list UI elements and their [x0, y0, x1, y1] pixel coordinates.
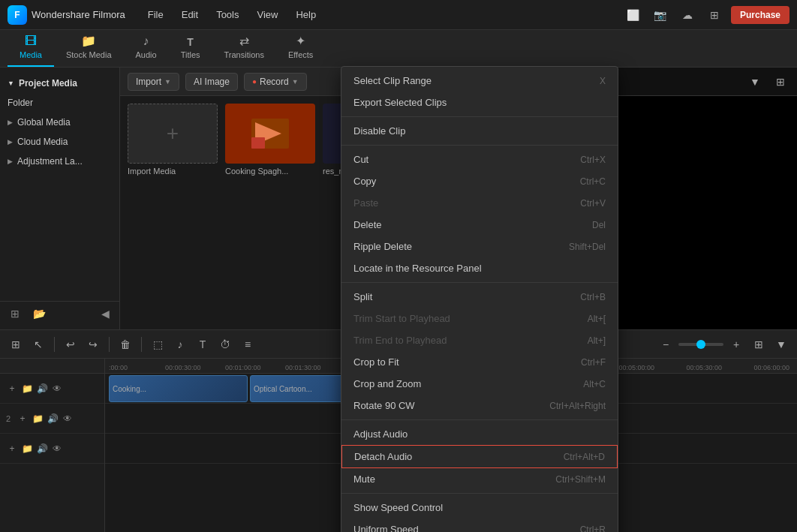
zoom-out-icon[interactable]: − — [656, 335, 675, 354]
stock-media-tab-label: Stock Media — [66, 50, 112, 59]
ctx-crop-to-fit-shortcut: Ctrl+F — [581, 357, 606, 368]
menu-file[interactable]: File — [140, 6, 171, 23]
tab-media[interactable]: 🎞 Media — [8, 30, 54, 67]
record-button[interactable]: ● Record ▼ — [244, 73, 307, 91]
ctx-crop-and-zoom[interactable]: Crop and Zoom Alt+C — [341, 373, 618, 395]
ctx-uniform-speed[interactable]: Uniform Speed Ctrl+R — [341, 518, 618, 532]
ctx-divider-4 — [341, 419, 618, 420]
timeline-undo-icon[interactable]: ↩ — [61, 335, 80, 354]
add-to-timeline-icon[interactable]: ⊞ — [6, 305, 24, 323]
ctx-adjust-audio[interactable]: Adjust Audio — [341, 423, 618, 445]
ctx-ripple-delete[interactable]: Ripple Delete Shift+Del — [341, 236, 618, 257]
import-media-item[interactable]: + Import Media — [128, 104, 218, 176]
sidebar-item-folder[interactable]: Folder — [0, 93, 119, 113]
ruler-mark-1m: 00:01:00:00 — [225, 364, 261, 371]
stock-media-tab-icon: 📁 — [81, 34, 96, 48]
cooking-thumb-content — [225, 104, 315, 164]
tab-transitions[interactable]: ⇄ Transitions — [212, 29, 276, 67]
ctx-paste-label: Paste — [353, 197, 378, 209]
sidebar-project-media[interactable]: ▼ Project Media — [0, 74, 119, 93]
sidebar-item-cloud-media[interactable]: ▶ Cloud Media — [0, 132, 119, 152]
audio-track-eye-icon[interactable]: 👁 — [51, 443, 63, 455]
ctx-export-selected-clips[interactable]: Export Selected Clips — [341, 92, 618, 113]
timeline-redo-icon[interactable]: ↪ — [83, 335, 103, 354]
monitor-icon[interactable]: ⬜ — [623, 5, 644, 26]
tab-stock-media[interactable]: 📁 Stock Media — [54, 29, 124, 67]
preview-dropdown-icon[interactable]: ▼ — [744, 71, 765, 92]
preview-fullscreen-icon[interactable]: ⊞ — [770, 71, 791, 92]
video-track-eye-icon[interactable]: 👁 — [51, 383, 63, 395]
import-placeholder-thumb[interactable]: + — [128, 104, 218, 164]
ruler-mark-5m30s: 00:05:30:00 — [686, 364, 722, 371]
ctx-disable-clip[interactable]: Disable Clip — [341, 120, 618, 142]
tab-titles[interactable]: T Titles — [169, 32, 212, 67]
ctx-uniform-speed-shortcut: Ctrl+R — [580, 524, 606, 533]
ctx-cut[interactable]: Cut Ctrl+X — [341, 149, 618, 170]
clip-cooking-spagh[interactable]: Cooking... — [109, 375, 248, 402]
menu-edit[interactable]: Edit — [174, 6, 206, 23]
ctx-mute[interactable]: Mute Ctrl+Shift+M — [341, 468, 618, 490]
video-track-volume-icon[interactable]: 🔊 — [36, 383, 48, 395]
ctx-show-speed[interactable]: Show Speed Control — [341, 497, 618, 518]
ctx-detach-audio[interactable]: Detach Audio Ctrl+Alt+D — [341, 445, 618, 468]
audio-track-folder-icon[interactable]: 📁 — [21, 443, 33, 455]
plus-icon: + — [167, 122, 179, 146]
ai-image-button[interactable]: AI Image — [185, 73, 238, 91]
ctx-mute-label: Mute — [353, 473, 375, 485]
sidebar-item-global-media[interactable]: ▶ Global Media — [0, 113, 119, 132]
track-ctrl-video-1: + 📁 🔊 👁 — [0, 374, 104, 404]
track2-eye-icon[interactable]: 👁 — [62, 413, 74, 425]
audio-track-add-icon[interactable]: + — [6, 443, 18, 455]
timeline-crop-icon[interactable]: ⬚ — [148, 335, 167, 354]
timeline-clock-icon[interactable]: ⏱ — [215, 335, 235, 354]
tab-audio[interactable]: ♪ Audio — [124, 30, 169, 67]
menu-tools[interactable]: Tools — [209, 6, 246, 23]
timeline-expand-icon[interactable]: ▼ — [771, 335, 791, 354]
new-folder-icon[interactable]: 📂 — [30, 305, 48, 323]
audio-track-volume-icon[interactable]: 🔊 — [36, 443, 48, 455]
grid-icon[interactable]: ⊞ — [704, 5, 725, 26]
track2-volume-icon[interactable]: 🔊 — [47, 413, 59, 425]
ctx-cut-label: Cut — [353, 154, 368, 165]
menu-bar: File Edit Tools View Help — [140, 6, 323, 23]
sidebar-arrow-right-icon[interactable]: ◀ — [96, 305, 114, 323]
sidebar-item-adjustment[interactable]: ▶ Adjustment La... — [0, 152, 119, 171]
ctx-crop-to-fit[interactable]: Crop to Fit Ctrl+F — [341, 351, 618, 373]
purchase-button[interactable]: Purchase — [731, 6, 789, 24]
sidebar-main-label: Project Media — [19, 78, 77, 89]
zoom-in-icon[interactable]: + — [726, 335, 746, 354]
ctx-rotate-90cw[interactable]: Rotate 90 CW Ctrl+Alt+Right — [341, 395, 618, 416]
ctx-delete[interactable]: Delete Del — [341, 214, 618, 236]
timeline-eq-icon[interactable]: ≡ — [238, 335, 257, 354]
timeline-layout-icon[interactable]: ⊞ — [749, 335, 768, 354]
zoom-slider[interactable] — [678, 343, 723, 346]
video-track-folder-icon[interactable]: 📁 — [21, 383, 33, 395]
track2-add-icon[interactable]: + — [17, 413, 29, 425]
camera-icon[interactable]: 📷 — [650, 5, 671, 26]
global-media-label: Global Media — [17, 117, 71, 128]
zoom-slider-handle[interactable] — [696, 340, 705, 349]
menu-help[interactable]: Help — [288, 6, 323, 23]
ctx-locate-resource[interactable]: Locate in the Resource Panel — [341, 257, 618, 279]
track-ctrl-2: 2 + 📁 🔊 👁 — [0, 404, 104, 434]
timeline-cursor-icon[interactable]: ↖ — [29, 335, 48, 354]
import-button[interactable]: Import ▼ — [128, 73, 179, 91]
menu-view[interactable]: View — [249, 6, 285, 23]
ctx-copy[interactable]: Copy Ctrl+C — [341, 170, 618, 192]
import-label: Import — [136, 77, 161, 87]
ctx-copy-shortcut: Ctrl+C — [580, 176, 606, 187]
app-logo-icon: F — [8, 5, 27, 25]
track2-folder-icon[interactable]: 📁 — [32, 413, 44, 425]
tab-effects[interactable]: ✦ Effects — [276, 29, 325, 67]
cooking-media-item[interactable]: Cooking Spagh... — [225, 104, 315, 176]
timeline-audio-icon[interactable]: ♪ — [170, 335, 190, 354]
cloud-icon[interactable]: ☁ — [677, 5, 698, 26]
timeline-delete-icon[interactable]: 🗑 — [116, 335, 135, 354]
ctx-divider-5 — [341, 493, 618, 494]
ctx-select-clip-range[interactable]: Select Clip Range X — [341, 70, 618, 92]
video-track-add-icon[interactable]: + — [6, 383, 18, 395]
timeline-grid-icon[interactable]: ⊞ — [6, 335, 26, 354]
media-tab-icon: 🎞 — [25, 35, 37, 48]
ctx-split[interactable]: Split Ctrl+B — [341, 286, 618, 308]
timeline-text-icon[interactable]: T — [193, 335, 212, 354]
